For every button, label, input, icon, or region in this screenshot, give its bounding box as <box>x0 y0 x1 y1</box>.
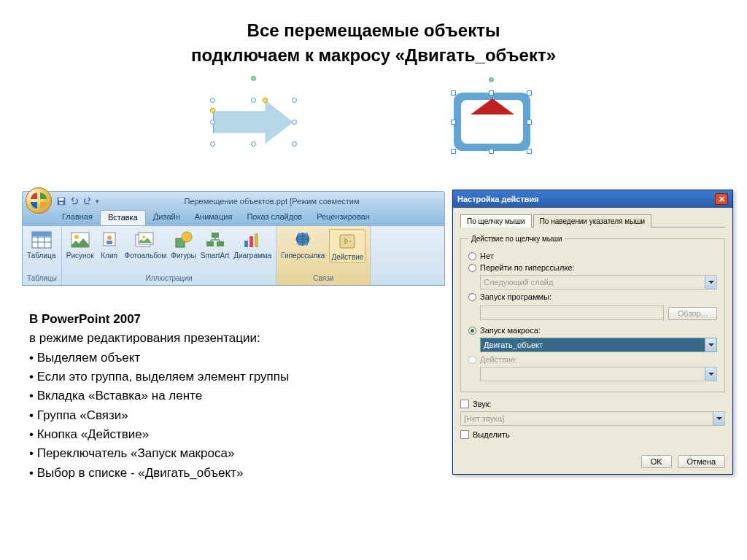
hyperlink-combo: Следующий слайд <box>480 275 717 289</box>
action-combo <box>480 367 717 381</box>
svg-rect-20 <box>206 241 214 246</box>
tab-on-click[interactable]: По щелчку мыши <box>460 214 532 228</box>
title-line1: Все перемещаемые объекты <box>29 18 718 43</box>
svg-point-10 <box>74 235 79 239</box>
arrow-shape-selected[interactable] <box>206 82 301 155</box>
title-line2: подключаем к макросу «Двигать_объект» <box>29 43 718 68</box>
powerpoint-ribbon: ▾ Перемещение объектов.ppt [Режим совмес… <box>22 191 445 286</box>
svg-rect-21 <box>217 241 224 246</box>
house-shape-selected[interactable] <box>446 82 541 155</box>
quick-access-toolbar: ▾ <box>56 196 99 206</box>
ribbon-body: Таблица Таблицы Рисунок Клип Фотоальбом <box>22 226 445 286</box>
sound-checkbox[interactable] <box>460 400 469 408</box>
instructions-header: В PowerPoint 2007 <box>29 312 141 326</box>
btn-photoalbum[interactable]: Фотоальбом <box>125 229 167 260</box>
bullet: Выбор в списке - «Двигать_объект» <box>29 464 423 483</box>
btn-table[interactable]: Таблица <box>27 229 55 260</box>
document-title: Перемещение объектов.ppt [Режим совмести… <box>99 197 444 206</box>
tab-home[interactable]: Главная <box>55 210 100 225</box>
macro-combo[interactable]: Двигать_объект <box>480 338 717 352</box>
btn-chart[interactable]: Диаграмма <box>233 229 271 260</box>
dialog-title: Настройка действия <box>457 195 539 203</box>
ok-button[interactable]: OK <box>641 455 672 468</box>
action-icon <box>336 230 358 252</box>
cancel-button[interactable]: Отмена <box>678 455 725 468</box>
click-action-fieldset: Действие по щелчку мыши Нет Перейти по г… <box>460 235 725 392</box>
svg-rect-13 <box>107 241 112 244</box>
office-button[interactable] <box>26 187 52 214</box>
tab-insert[interactable]: Вставка <box>100 210 146 225</box>
tab-review[interactable]: Рецензирован <box>309 210 377 225</box>
group-illustrations: Рисунок Клип Фотоальбом Фигуры SmartArt <box>62 226 276 285</box>
svg-rect-23 <box>249 236 253 247</box>
instructions-subheader: в режиме редактирования презентации: <box>29 329 423 348</box>
svg-rect-2 <box>59 201 63 204</box>
chart-icon <box>241 229 263 251</box>
radio-macro[interactable]: Запуск макроса: <box>468 326 717 335</box>
svg-rect-8 <box>32 232 51 236</box>
dialog-buttons: OK Отмена <box>453 449 732 474</box>
bullet: Группа «Связи» <box>29 406 423 425</box>
photoalbum-icon <box>134 229 156 251</box>
ribbon-tabs: Главная Вставка Дизайн Анимация Показ сл… <box>22 210 445 226</box>
tab-animation[interactable]: Анимация <box>187 210 240 225</box>
svg-rect-24 <box>255 233 258 247</box>
smartart-icon <box>204 229 226 251</box>
tab-design[interactable]: Дизайн <box>146 210 187 225</box>
program-path-input <box>480 306 664 320</box>
dialog-titlebar[interactable]: Настройка действия ✕ <box>453 190 732 208</box>
svg-point-16 <box>142 236 145 238</box>
btn-hyperlink[interactable]: Гиперссылка <box>281 229 325 260</box>
shapes-row <box>0 82 747 155</box>
browse-button: Обзор... <box>668 307 717 320</box>
radio-program[interactable]: Запуск программы: <box>468 292 717 301</box>
svg-point-28 <box>349 241 351 242</box>
btn-smartart[interactable]: SmartArt <box>201 229 229 260</box>
btn-clip[interactable]: Клип <box>98 229 120 260</box>
radio-action: Действие: <box>468 355 717 364</box>
radio-none[interactable]: Нет <box>468 252 717 260</box>
shapes-icon <box>173 229 195 251</box>
dialog-tabs: По щелчку мыши По наведении указателя мы… <box>460 214 725 228</box>
action-settings-dialog: Настройка действия ✕ По щелчку мыши По н… <box>452 190 733 475</box>
btn-shapes[interactable]: Фигуры <box>171 229 196 260</box>
group-links: Гиперссылка Действие Связи <box>276 226 371 285</box>
highlight-checkbox-row[interactable]: Выделить <box>460 430 725 439</box>
svg-rect-22 <box>244 241 248 247</box>
sound-checkbox-row[interactable]: Звук: <box>460 400 725 408</box>
redo-icon[interactable] <box>82 196 93 206</box>
fieldset-legend: Действие по щелчку мыши <box>468 235 565 243</box>
titlebar: ▾ Перемещение объектов.ppt [Режим совмес… <box>22 191 445 210</box>
picture-icon <box>69 229 91 251</box>
bullet: Переключатель «Запуск макроса» <box>29 444 423 463</box>
instructions-list: Выделяем объект Если это группа, выделяе… <box>29 349 423 483</box>
group-tables: Таблица Таблицы <box>23 226 62 285</box>
save-icon[interactable] <box>56 196 66 206</box>
bullet: Вкладка «Вставка» на ленте <box>29 386 423 405</box>
table-icon <box>31 229 53 251</box>
tab-on-hover[interactable]: По наведении указателя мыши <box>533 214 651 228</box>
bullet: Выделяем объект <box>29 349 423 368</box>
close-icon[interactable]: ✕ <box>715 193 728 205</box>
btn-picture[interactable]: Рисунок <box>66 229 94 260</box>
hyperlink-icon <box>292 229 314 251</box>
tab-slideshow[interactable]: Показ слайдов <box>239 210 309 225</box>
slide-title: Все перемещаемые объекты подключаем к ма… <box>0 0 747 78</box>
undo-icon[interactable] <box>69 196 80 206</box>
highlight-checkbox[interactable] <box>460 430 469 439</box>
sound-combo: [Нет звука] <box>460 411 725 426</box>
svg-point-18 <box>182 232 192 242</box>
bullet: Кнопка «Действие» <box>29 425 423 444</box>
svg-point-12 <box>107 236 112 240</box>
radio-hyperlink[interactable]: Перейти по гиперссылке: <box>468 263 717 272</box>
svg-rect-19 <box>212 233 219 238</box>
btn-action[interactable]: Действие <box>329 229 365 262</box>
clip-icon <box>98 229 120 251</box>
instructions: В PowerPoint 2007 в режиме редактировани… <box>29 310 423 483</box>
svg-rect-1 <box>59 198 64 201</box>
bullet: Если это группа, выделяем элемент группы <box>29 368 423 386</box>
